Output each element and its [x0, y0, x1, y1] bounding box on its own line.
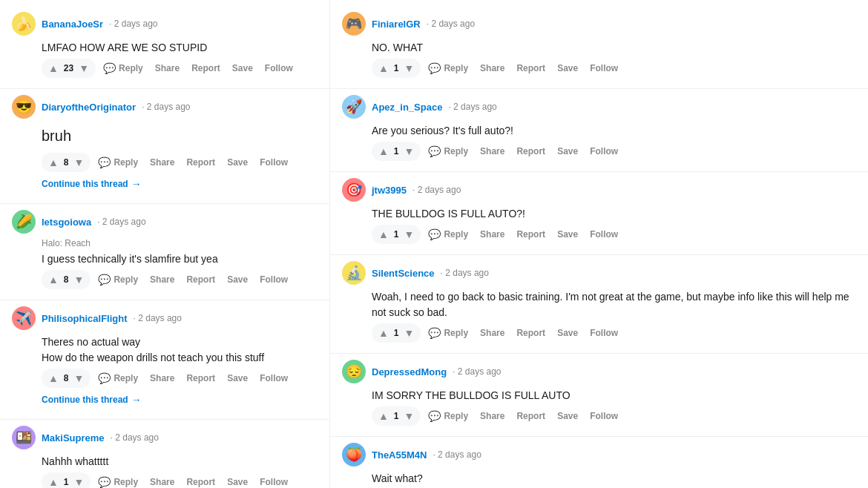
share-button[interactable]: Share [145, 271, 179, 288]
downvote-button[interactable]: ▼ [72, 273, 87, 286]
share-button[interactable]: Share [476, 60, 509, 76]
report-button[interactable]: Report [182, 474, 220, 488]
username[interactable]: FiniarelGR [372, 19, 421, 30]
save-button[interactable]: Save [223, 370, 252, 386]
share-button[interactable]: Share [145, 474, 179, 488]
upvote-button[interactable]: ▲ [376, 228, 391, 241]
comment-text: NO. WHAT [372, 40, 856, 56]
comment-block: 🍌 BananaJoeSr · 2 days ago LMFAO HOW ARE… [0, 6, 329, 89]
username[interactable]: jtw3995 [372, 185, 407, 196]
save-button[interactable]: Save [553, 325, 582, 341]
username[interactable]: TheA55M4N [372, 449, 427, 461]
username[interactable]: Apez_in_Space [372, 102, 442, 113]
upvote-button[interactable]: ▲ [46, 273, 61, 286]
downvote-button[interactable]: ▼ [402, 228, 417, 241]
reply-button[interactable]: 💬 Reply [424, 225, 473, 243]
continue-thread-link[interactable]: Continue this thread → [42, 175, 318, 193]
share-button[interactable]: Share [151, 60, 184, 76]
upvote-button[interactable]: ▲ [46, 156, 61, 169]
follow-button[interactable]: Follow [255, 370, 292, 386]
report-button[interactable]: Report [182, 271, 220, 288]
avatar: ✈️ [12, 306, 36, 330]
follow-button[interactable]: Follow [585, 408, 622, 424]
username[interactable]: PhilisophicalFlight [42, 313, 128, 324]
downvote-button[interactable]: ▼ [76, 62, 91, 75]
avatar: 🎯 [342, 178, 366, 202]
continue-thread-text: Continue this thread [42, 395, 128, 405]
downvote-button[interactable]: ▼ [72, 475, 87, 488]
follow-button[interactable]: Follow [585, 143, 622, 159]
reply-button[interactable]: 💬 Reply [93, 271, 142, 288]
comment-body: Theres no actual wayHow do the weapon dr… [42, 334, 318, 409]
follow-button[interactable]: Follow [585, 325, 622, 341]
report-button[interactable]: Report [512, 60, 550, 76]
report-button[interactable]: Report [512, 143, 550, 159]
username[interactable]: SilentScience [372, 268, 435, 279]
share-button[interactable]: Share [476, 143, 509, 159]
save-button[interactable]: Save [553, 408, 582, 424]
reply-button[interactable]: 💬 Reply [424, 142, 473, 160]
username[interactable]: BananaJoeSr [42, 19, 103, 30]
timestamp: · 2 days ago [433, 449, 481, 460]
reply-icon: 💬 [98, 476, 111, 488]
downvote-button[interactable]: ▼ [72, 372, 87, 385]
share-button[interactable]: Share [476, 325, 509, 341]
save-button[interactable]: Save [223, 474, 252, 488]
follow-button[interactable]: Follow [585, 60, 622, 76]
username[interactable]: MakiSupreme [42, 432, 105, 444]
reply-button[interactable]: 💬 Reply [424, 59, 473, 77]
reply-button[interactable]: 💬 Reply [424, 407, 473, 425]
save-button[interactable]: Save [228, 60, 257, 76]
reply-icon: 💬 [428, 228, 441, 240]
report-button[interactable]: Report [182, 370, 220, 386]
save-button[interactable]: Save [223, 271, 252, 288]
vote-count: 1 [62, 477, 70, 487]
share-button[interactable]: Share [145, 154, 179, 171]
follow-button[interactable]: Follow [255, 154, 292, 171]
username[interactable]: DiaryoftheOriginator [42, 102, 136, 113]
report-button[interactable]: Report [187, 60, 225, 76]
upvote-button[interactable]: ▲ [376, 62, 391, 75]
upvote-button[interactable]: ▲ [46, 372, 61, 385]
username[interactable]: letsgoiowa [42, 217, 91, 228]
reply-button[interactable]: 💬 Reply [93, 369, 142, 387]
arrow-icon: → [131, 178, 142, 190]
upvote-button[interactable]: ▲ [376, 409, 391, 423]
reply-button[interactable]: 💬 Reply [424, 324, 473, 342]
follow-button[interactable]: Follow [260, 60, 297, 76]
continue-thread-link[interactable]: Continue this thread → [42, 391, 318, 409]
reply-button[interactable]: 💬 Reply [93, 473, 142, 488]
reply-button[interactable]: 💬 Reply [99, 59, 148, 77]
downvote-button[interactable]: ▼ [402, 62, 417, 75]
follow-button[interactable]: Follow [585, 226, 622, 243]
left-comment-panel: 🍌 BananaJoeSr · 2 days ago LMFAO HOW ARE… [0, 0, 330, 488]
save-button[interactable]: Save [223, 154, 252, 171]
upvote-button[interactable]: ▲ [46, 62, 61, 75]
save-button[interactable]: Save [553, 60, 582, 76]
report-button[interactable]: Report [512, 325, 550, 341]
downvote-button[interactable]: ▼ [402, 409, 417, 423]
upvote-button[interactable]: ▲ [46, 475, 61, 488]
reply-button[interactable]: 💬 Reply [93, 154, 142, 171]
report-button[interactable]: Report [512, 408, 550, 424]
vote-count: 1 [392, 328, 401, 338]
vote-count: 1 [392, 146, 401, 156]
comment-header: ✈️ PhilisophicalFlight · 2 days ago [12, 306, 318, 330]
report-button[interactable]: Report [182, 154, 220, 171]
follow-button[interactable]: Follow [255, 271, 292, 288]
downvote-button[interactable]: ▼ [72, 156, 87, 169]
avatar: 😎 [12, 95, 36, 119]
save-button[interactable]: Save [553, 143, 582, 159]
share-button[interactable]: Share [145, 370, 179, 386]
comment-header: 😔 DepressedMong · 2 days ago [342, 360, 856, 383]
username[interactable]: DepressedMong [372, 366, 447, 377]
upvote-button[interactable]: ▲ [376, 145, 391, 158]
downvote-button[interactable]: ▼ [402, 145, 417, 158]
follow-button[interactable]: Follow [255, 474, 292, 488]
share-button[interactable]: Share [476, 408, 509, 424]
share-button[interactable]: Share [476, 226, 509, 243]
save-button[interactable]: Save [553, 226, 582, 243]
report-button[interactable]: Report [512, 226, 550, 243]
downvote-button[interactable]: ▼ [402, 326, 417, 340]
upvote-button[interactable]: ▲ [376, 326, 391, 340]
